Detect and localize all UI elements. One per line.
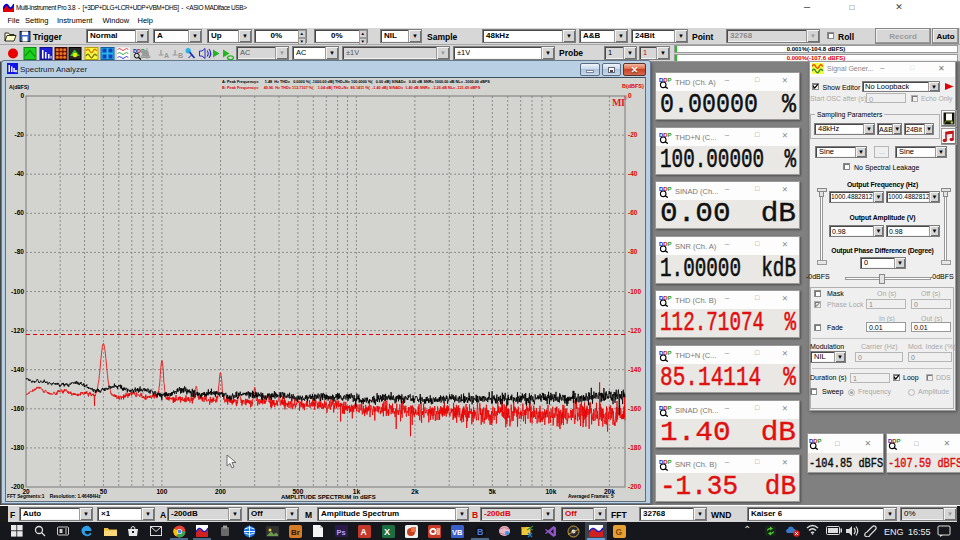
svg-text:-20: -20 (628, 131, 638, 138)
svg-text:-100: -100 (11, 288, 24, 295)
svg-text:P: P (667, 294, 671, 300)
svg-text:P: P (667, 349, 671, 355)
svg-text:-80: -80 (15, 248, 25, 255)
svg-text:X: X (384, 527, 390, 537)
svg-text:A: A (164, 52, 169, 59)
svg-text:-120: -120 (628, 327, 641, 334)
svg-text:G: G (615, 527, 622, 537)
svg-text:-40: -40 (628, 170, 638, 177)
svg-text:5k: 5k (489, 488, 497, 495)
svg-text:P: P (667, 76, 671, 82)
svg-text:VB: VB (452, 527, 463, 536)
svg-text:P: P (667, 404, 671, 410)
svg-text:-180: -180 (628, 444, 641, 451)
svg-text:-40: -40 (15, 170, 25, 177)
svg-text:0: 0 (628, 92, 632, 99)
svg-text:P: P (817, 437, 821, 443)
svg-text:-180: -180 (11, 444, 24, 451)
svg-text:50: 50 (100, 488, 108, 495)
svg-text:A: A (360, 527, 366, 537)
svg-text:Br: Br (291, 528, 300, 537)
svg-text:-100: -100 (628, 288, 641, 295)
svg-text:-60: -60 (628, 209, 638, 216)
svg-text:P: P (667, 458, 671, 464)
svg-text:-140: -140 (11, 366, 24, 373)
svg-text:-120: -120 (11, 327, 24, 334)
svg-text:200: 200 (215, 488, 226, 495)
svg-text:2k: 2k (411, 488, 419, 495)
svg-text:P: P (667, 185, 671, 191)
svg-text:B: B (477, 527, 484, 537)
svg-text:®: ® (624, 95, 628, 101)
svg-text:-160: -160 (11, 405, 24, 412)
svg-text:P: P (667, 240, 671, 246)
svg-text:P: P (667, 131, 671, 137)
svg-text:-160: -160 (628, 405, 641, 412)
svg-text:-60: -60 (15, 209, 25, 216)
svg-text:-140: -140 (628, 366, 641, 373)
svg-text:MI: MI (612, 97, 625, 108)
svg-text:-20: -20 (15, 131, 25, 138)
svg-text:0: 0 (20, 92, 24, 99)
svg-text:-200: -200 (628, 483, 641, 490)
svg-text:-80: -80 (628, 248, 638, 255)
svg-text:B: B (178, 52, 183, 59)
svg-text:Ps: Ps (336, 528, 345, 537)
svg-text:10k: 10k (545, 488, 556, 495)
svg-text:P: P (896, 437, 900, 443)
svg-text:100: 100 (156, 488, 167, 495)
